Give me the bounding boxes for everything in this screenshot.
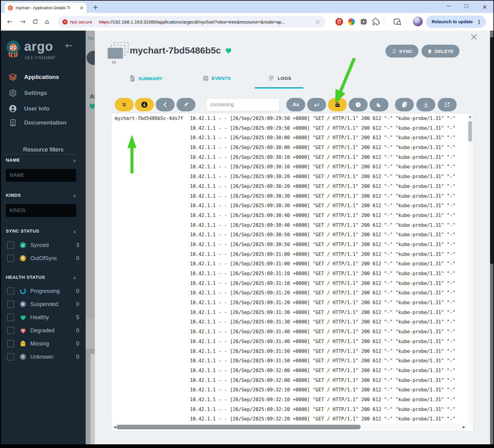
pod-name-column	[111, 192, 190, 201]
checkbox[interactable]	[7, 353, 14, 360]
kinds-filter-input[interactable]	[6, 204, 76, 217]
page-scrollbar[interactable]	[490, 31, 493, 444]
collapse-caret-icon[interactable]: ▲	[73, 275, 76, 279]
sync-button-label: SYNC	[399, 49, 413, 54]
tab-logs[interactable]: LOGS	[269, 75, 291, 81]
url-text[interactable]: https://192.168.1.163:31080/applications…	[99, 19, 285, 24]
sidebar-item-applications[interactable]: Applications	[8, 72, 59, 82]
chrome-menu-icon[interactable]: ⋮	[477, 19, 482, 25]
timestamps-button[interactable]	[349, 98, 368, 111]
collapse-caret-icon[interactable]: ▲	[73, 158, 76, 162]
back-icon[interactable]: ←	[7, 18, 13, 25]
log-horizontal-scrollbar[interactable]: ◀ ▶	[112, 424, 467, 431]
tab-summary[interactable]: SUMMARY	[130, 75, 163, 81]
relaunch-to-update-button[interactable]: Relaunch to update ⋮	[426, 16, 486, 28]
copy-icon	[402, 102, 407, 108]
download-logs-button[interactable]	[416, 98, 435, 111]
filter-row-healthy[interactable]: Healthy 5	[7, 313, 79, 321]
window-close-button[interactable]: ×	[482, 3, 487, 10]
sidebar-item-user-info[interactable]: User Info	[8, 103, 49, 114]
tab-close-icon[interactable]: ×	[80, 5, 84, 11]
checkbox[interactable]	[7, 340, 14, 347]
log-viewer: mychart-7bd5486b5c-4ds7f10.42.1.1 - - [2…	[111, 113, 474, 431]
extensions-puzzle-icon[interactable]	[372, 18, 380, 26]
match-case-button[interactable]: Aa	[286, 98, 305, 111]
log-line: 10.42.1.1 - - [26/Sep/2025:09:32:20 +000…	[111, 405, 467, 415]
reload-icon[interactable]	[32, 19, 38, 25]
browser-tab[interactable]: mychart - Application Details Tr ×	[5, 3, 87, 13]
scrollbar-thumb[interactable]	[468, 121, 472, 142]
sidebar-item-documentation[interactable]: Documentation	[8, 118, 66, 128]
log-vertical-scrollbar[interactable]: ▲	[467, 114, 473, 423]
scroll-right-arrow-icon[interactable]: ▶	[463, 425, 465, 429]
filter-label: Unknown	[30, 354, 76, 360]
delete-button-label: DELETE	[435, 49, 454, 54]
checkbox[interactable]	[7, 301, 14, 308]
pod-name-column	[111, 366, 190, 376]
checkbox[interactable]	[7, 327, 14, 334]
panel-close-icon[interactable]: ×	[470, 32, 478, 42]
filter-row-missing[interactable]: Missing 0	[7, 340, 79, 348]
log-line: 10.42.1.1 - - [26/Sep/2025:09:30:10 +000…	[111, 153, 467, 162]
name-filter-input[interactable]	[6, 169, 76, 182]
scroll-up-arrow-icon[interactable]: ▲	[467, 114, 473, 118]
filter-row-synced[interactable]: Synced 3	[7, 241, 79, 249]
scroll-to-bottom-button[interactable]	[115, 98, 134, 111]
sidebar-item-settings[interactable]: Settings	[8, 88, 47, 98]
filter-row-progressing[interactable]: Progressing 0	[7, 287, 79, 295]
wrap-lines-button[interactable]	[307, 98, 326, 111]
pod-names-toggle-button[interactable]	[328, 98, 347, 111]
checkbox[interactable]	[7, 314, 14, 321]
scroll-left-arrow-icon[interactable]: ◀	[113, 425, 116, 429]
bookmark-star-icon[interactable]: ☆	[315, 18, 320, 25]
filter-row-unknown[interactable]: ? Unknown 0	[7, 353, 79, 361]
scrollbar-thumb[interactable]	[490, 37, 493, 264]
dark-mode-button[interactable]	[370, 98, 388, 111]
window-minimize-button[interactable]: —	[446, 3, 451, 10]
previous-page-button[interactable]	[156, 98, 175, 111]
checkbox[interactable]	[7, 241, 14, 249]
filter-section-health-status[interactable]: HEALTH STATUS ▲	[6, 274, 76, 280]
dimmed-circle	[87, 51, 95, 65]
pod-name-column	[111, 317, 190, 327]
highlight-button[interactable]	[176, 98, 195, 111]
starburst-extension-icon[interactable]	[360, 18, 368, 26]
log-lines[interactable]: mychart-7bd5486b5c-4ds7f10.42.1.1 - - [2…	[111, 114, 467, 423]
pod-name-column	[111, 259, 190, 269]
delete-button[interactable]: DELETE	[422, 45, 459, 58]
log-text: 10.42.1.1 - - [26/Sep/2025:09:32:20 +000…	[190, 414, 467, 423]
scrollbar-thumb[interactable]	[117, 425, 361, 429]
filter-row-suspended[interactable]: Suspended 0	[7, 300, 79, 308]
collapse-caret-icon[interactable]: ▲	[73, 229, 76, 233]
adblock-extension-icon[interactable]	[335, 18, 343, 26]
sidebar-collapse-icon[interactable]: ←	[65, 40, 72, 50]
window-maximize-button[interactable]: □	[464, 3, 469, 10]
replicaset-icon	[108, 48, 123, 59]
filter-section-sync-status[interactable]: SYNC STATUS ▲	[6, 228, 76, 233]
checkbox[interactable]	[7, 287, 14, 295]
filter-section-name[interactable]: NAME ▲	[6, 157, 76, 162]
log-filter-input[interactable]	[206, 98, 280, 111]
filter-row-degraded[interactable]: Degraded 0	[7, 327, 79, 334]
not-secure-icon: ✕	[62, 19, 68, 24]
tab-label: EVENTS	[212, 76, 231, 81]
tab-search-icon[interactable]	[393, 18, 401, 26]
new-tab-button[interactable]: +	[93, 3, 98, 11]
filter-section-kinds[interactable]: KINDS ▲	[6, 192, 76, 198]
profile-avatar[interactable]	[413, 17, 423, 26]
filter-row-outofsync[interactable]: OutOfSync 0	[7, 254, 79, 262]
photos-extension-icon[interactable]	[347, 18, 355, 26]
not-secure-chip[interactable]: Not secure	[70, 19, 92, 24]
sync-button[interactable]: SYNC	[385, 45, 418, 58]
fullscreen-button[interactable]	[438, 98, 457, 111]
checkbox[interactable]	[7, 255, 14, 262]
copy-logs-button[interactable]	[395, 98, 414, 111]
forward-icon[interactable]: →	[20, 18, 25, 25]
tab-events[interactable]: EVENTS	[203, 75, 231, 81]
resource-kind-badge: rs	[112, 59, 116, 65]
home-icon[interactable]: ⌂	[45, 18, 49, 25]
collapse-caret-icon[interactable]: ▲	[73, 193, 76, 197]
follow-logs-button[interactable]	[135, 98, 154, 111]
address-bar[interactable]: ✕ Not secure https://192.168.1.163:31080…	[58, 16, 325, 28]
log-line: 10.42.1.1 - - [26/Sep/2025:09:30:00 +000…	[111, 143, 467, 153]
